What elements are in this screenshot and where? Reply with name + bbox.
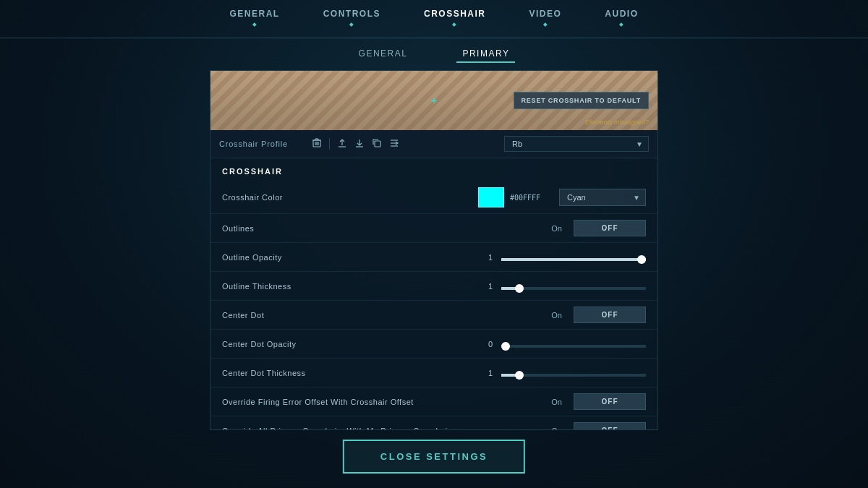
center-dot-label: Center Dot [222,311,551,320]
delete-profile-icon[interactable] [312,138,322,150]
import-profile-icon[interactable] [389,138,399,150]
center-dot-off-button[interactable]: Off [574,307,646,323]
center-dot-opacity-label: Center Dot Opacity [222,340,471,348]
center-dot-opacity-row: Center Dot Opacity 0 [210,330,658,359]
icon-divider [329,138,330,150]
nav-item-video[interactable]: VIDEO [529,9,562,33]
color-select-wrapper: Cyan White Green Red Yellow Custom ▼ [559,189,646,206]
outline-opacity-label: Outline Opacity [222,253,471,262]
copy-profile-icon[interactable] [372,138,382,150]
override-all-primary-on-label: On [551,427,562,430]
sub-navigation: GENERAL PRIMARY [0,38,868,70]
outlines-on-label: On [551,224,562,233]
profile-label: Crosshair Profile [219,140,306,148]
close-settings-button[interactable]: CLOSE SETTINGS [343,440,525,474]
sub-nav-primary[interactable]: PRIMARY [456,46,515,63]
outlines-toggle-group: On Off [551,220,646,236]
outline-opacity-value: 1 [471,253,493,262]
center-dot-thickness-label: Center Dot Thickness [222,369,471,377]
top-navigation: GENERAL CONTROLS CROSSHAIR VIDEO AUDIO [0,0,868,38]
override-firing-error-toggle-group: On Off [551,393,646,410]
color-swatch[interactable] [478,187,504,207]
override-firing-error-label: Override Firing Error Offset With Crossh… [222,398,551,406]
svg-rect-12 [375,141,380,147]
center-dot-opacity-slider[interactable] [501,345,646,348]
crosshair-color-control: #00FFFF Cyan White Green Red Yellow Cust… [478,187,646,207]
override-firing-error-on-label: On [551,398,562,406]
crosshair-section-header: CROSSHAIR [210,158,658,181]
upload-profile-icon[interactable] [337,138,347,150]
profile-select-dropdown[interactable]: Rb Default Profile 1 Profile 2 [504,136,649,152]
crosshair-color-row: Crosshair Color #00FFFF Cyan White Green… [210,181,658,214]
outline-thickness-slider[interactable] [501,287,646,290]
override-all-primary-toggle-group: On Off [551,422,646,429]
center-dot-opacity-value: 0 [471,340,493,348]
nav-item-audio[interactable]: AUDIO [605,9,638,33]
elements-misaligned-link[interactable]: Elements misaligned? [585,119,649,126]
outlines-label: Outlines [222,224,551,233]
outline-thickness-slider-wrapper [501,280,646,293]
sub-nav-general[interactable]: GENERAL [353,46,414,63]
outline-thickness-row: Outline Thickness 1 [210,272,658,301]
download-profile-icon[interactable] [354,138,365,150]
override-all-primary-row: Override All Primary Crosshairs With My … [210,416,658,429]
settings-content[interactable]: CROSSHAIR Crosshair Color #00FFFF Cyan W… [210,158,658,429]
outline-opacity-slider[interactable] [501,258,646,261]
center-dot-on-label: On [551,311,562,320]
center-dot-thickness-slider[interactable] [501,374,646,377]
center-dot-opacity-slider-wrapper [501,338,646,351]
outline-opacity-row: Outline Opacity 1 [210,243,658,272]
center-dot-thickness-slider-wrapper [501,367,646,380]
close-settings-wrapper: CLOSE SETTINGS [343,440,525,474]
center-dot-toggle-group: On Off [551,307,646,323]
override-firing-error-row: Override Firing Error Offset With Crossh… [210,388,658,416]
nav-item-crosshair[interactable]: CROSSHAIR [424,9,486,33]
override-firing-error-off-button[interactable]: Off [574,393,646,410]
outline-thickness-value: 1 [471,282,493,291]
crosshair-color-label: Crosshair Color [222,193,478,202]
hex-value: #00FFFF [510,194,553,202]
profile-icons-group [312,138,477,150]
outline-opacity-slider-wrapper [501,251,646,264]
nav-item-controls[interactable]: CONTROLS [323,9,380,33]
center-dot-row: Center Dot On Off [210,301,658,330]
center-dot-thickness-value: 1 [471,369,493,377]
settings-panel: + RESET CROSSHAIR TO DEFAULT Elements mi… [210,70,658,430]
crosshair-preview-symbol: + [431,95,437,106]
profile-select-wrapper: Rb Default Profile 1 Profile 2 ▼ [483,136,649,152]
outlines-off-button[interactable]: Off [574,220,646,236]
nav-item-general[interactable]: GENERAL [229,9,279,33]
crosshair-preview-area: + RESET CROSSHAIR TO DEFAULT Elements mi… [210,71,658,130]
outlines-row: Outlines On Off [210,214,658,243]
crosshair-profile-row: Crosshair Profile [210,130,658,158]
center-dot-thickness-row: Center Dot Thickness 1 [210,359,658,388]
outline-thickness-label: Outline Thickness [222,282,471,291]
reset-crosshair-button[interactable]: RESET CROSSHAIR TO DEFAULT [514,92,649,109]
override-all-primary-off-button[interactable]: Off [574,422,646,429]
color-select-dropdown[interactable]: Cyan White Green Red Yellow Custom [559,189,646,206]
override-all-primary-label: Override All Primary Crosshairs With My … [222,427,551,430]
